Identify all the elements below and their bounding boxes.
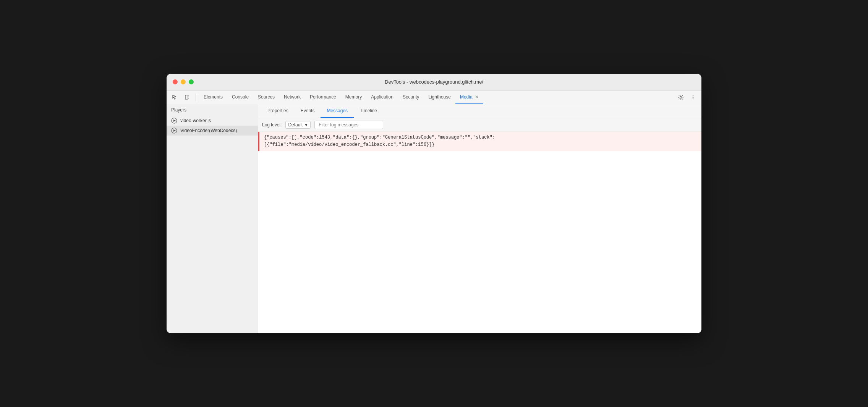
svg-point-6 — [693, 97, 693, 97]
right-panel: Properties Events Messages Timeline Log … — [258, 104, 701, 333]
sidebar-header: Players — [167, 104, 258, 116]
inspect-element-button[interactable] — [170, 92, 180, 103]
more-options-button[interactable] — [688, 92, 698, 103]
player-video-encoder-label: VideoEncoder(WebCodecs) — [180, 128, 237, 133]
chevron-down-icon: ▼ — [304, 123, 308, 127]
sub-tab-properties[interactable]: Properties — [261, 104, 295, 118]
svg-marker-9 — [173, 120, 176, 122]
devtools-window: DevTools - webcodecs-playground.glitch.m… — [167, 74, 701, 333]
tab-lighthouse[interactable]: Lighthouse — [424, 90, 455, 104]
tab-elements[interactable]: Elements — [199, 90, 227, 104]
sub-tabs: Properties Events Messages Timeline — [258, 104, 701, 118]
tab-memory[interactable]: Memory — [341, 90, 366, 104]
nav-tabs: Elements Console Sources Network Perform… — [199, 90, 674, 104]
log-level-select[interactable]: Default ▼ — [285, 121, 311, 129]
settings-button[interactable] — [675, 92, 686, 103]
tab-network[interactable]: Network — [279, 90, 305, 104]
filter-bar: Log level: Default ▼ — [258, 118, 701, 132]
maximize-button[interactable] — [189, 79, 194, 84]
tab-application[interactable]: Application — [366, 90, 398, 104]
sidebar: Players video-worker.js Video — [167, 104, 258, 333]
tab-console[interactable]: Console — [227, 90, 253, 104]
log-level-label: Log level: — [262, 122, 282, 128]
messages-area: {"causes":[],"code":1543,"data":{},"grou… — [258, 132, 701, 333]
player-video-worker-label: video-worker.js — [180, 118, 211, 123]
message-text: {"causes":[],"code":1543,"data":{},"grou… — [264, 135, 495, 147]
filter-input[interactable] — [314, 121, 383, 129]
sub-tab-events[interactable]: Events — [295, 104, 321, 118]
device-toggle-button[interactable] — [182, 92, 193, 103]
close-media-tab-icon[interactable]: ✕ — [475, 94, 479, 100]
toolbar-right — [675, 92, 698, 103]
player-video-worker[interactable]: video-worker.js — [167, 116, 258, 126]
traffic-lights — [173, 79, 194, 84]
play-icon-video-worker — [171, 118, 177, 124]
title-bar: DevTools - webcodecs-playground.glitch.m… — [167, 74, 701, 90]
tab-sources[interactable]: Sources — [253, 90, 279, 104]
player-video-encoder[interactable]: VideoEncoder(WebCodecs) — [167, 126, 258, 136]
svg-point-5 — [693, 95, 693, 96]
tab-media[interactable]: Media ✕ — [455, 90, 483, 104]
svg-point-4 — [680, 96, 682, 98]
main-content: Players video-worker.js Video — [167, 104, 701, 333]
svg-rect-0 — [185, 95, 188, 99]
message-row: {"causes":[],"code":1543,"data":{},"grou… — [258, 132, 701, 151]
toolbar: Elements Console Sources Network Perform… — [167, 90, 701, 104]
toolbar-separator — [196, 94, 196, 101]
close-button[interactable] — [173, 79, 178, 84]
sub-tab-timeline[interactable]: Timeline — [354, 104, 383, 118]
minimize-button[interactable] — [181, 79, 186, 84]
window-title: DevTools - webcodecs-playground.glitch.m… — [385, 79, 483, 85]
sub-tab-messages[interactable]: Messages — [321, 104, 354, 118]
svg-marker-11 — [173, 129, 176, 132]
svg-point-7 — [693, 98, 693, 99]
play-icon-video-encoder — [171, 128, 177, 134]
tab-security[interactable]: Security — [398, 90, 424, 104]
tab-performance[interactable]: Performance — [305, 90, 341, 104]
